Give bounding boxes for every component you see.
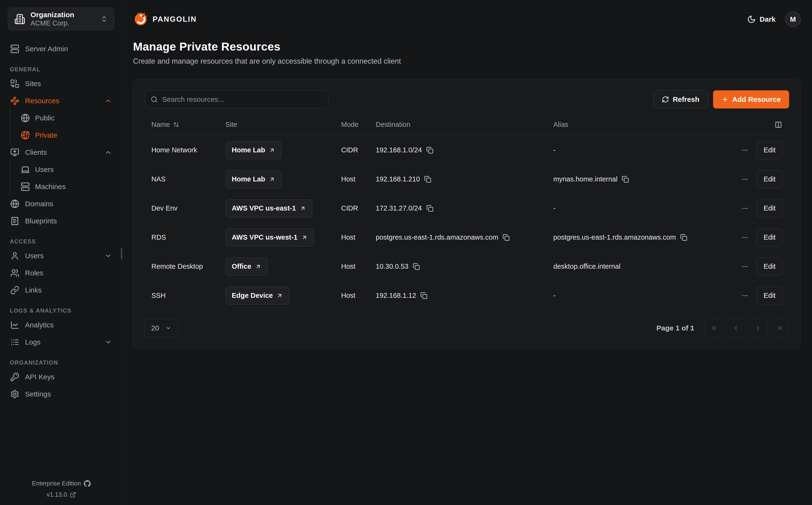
- resource-destination: 192.168.1.12: [376, 292, 416, 300]
- copy-icon: [502, 234, 510, 241]
- copy-destination-button[interactable]: [502, 234, 510, 241]
- page-status: Page 1 of 1: [656, 324, 694, 332]
- pager: Page 1 of 1: [656, 319, 789, 337]
- site-link[interactable]: Office: [225, 258, 268, 276]
- copy-destination-button[interactable]: [420, 292, 427, 299]
- moon-icon: [747, 15, 756, 24]
- sidebar-item-clients[interactable]: Clients: [8, 144, 114, 161]
- server-icon: [21, 182, 30, 191]
- column-header-site: Site: [225, 121, 341, 129]
- edit-button[interactable]: Edit: [756, 141, 783, 159]
- prev-page-button[interactable]: [727, 319, 745, 337]
- avatar[interactable]: M: [785, 11, 801, 27]
- sidebar-item-label: Settings: [25, 390, 112, 398]
- logs-icon: [10, 338, 19, 347]
- first-page-button[interactable]: [705, 319, 723, 337]
- building-icon: [14, 14, 25, 25]
- chevron-up-icon: [105, 149, 112, 156]
- resources-subnav: Public Private: [10, 110, 114, 144]
- chart-line-icon: [10, 320, 19, 330]
- chevrons-up-down-icon: [100, 15, 108, 23]
- search-input[interactable]: [162, 96, 322, 104]
- edit-button[interactable]: Edit: [756, 170, 783, 188]
- add-resource-button[interactable]: Add Resource: [713, 91, 789, 109]
- sidebar-item-client-users[interactable]: Users: [18, 161, 114, 178]
- row-menu-button[interactable]: [740, 145, 750, 155]
- refresh-button[interactable]: Refresh: [653, 91, 708, 109]
- column-header-name[interactable]: Name: [151, 121, 225, 129]
- sidebar-item-server-admin[interactable]: Server Admin: [8, 40, 114, 57]
- site-link[interactable]: Home Lab: [225, 170, 281, 188]
- sidebar-item-links[interactable]: Links: [8, 282, 114, 299]
- site-link[interactable]: AWS VPC us-west-1: [225, 228, 314, 246]
- column-header-destination: Destination: [376, 121, 553, 129]
- sidebar-section-organization: ORGANIZATION: [10, 359, 112, 366]
- edit-button[interactable]: Edit: [756, 287, 783, 305]
- column-picker-button[interactable]: [774, 120, 783, 129]
- copy-destination-button[interactable]: [424, 176, 431, 183]
- column-header-alias: Alias: [553, 121, 774, 129]
- site-link[interactable]: Edge Device: [225, 287, 289, 305]
- site-link[interactable]: AWS VPC us-east-1: [225, 199, 312, 217]
- site-link[interactable]: Home Lab: [225, 141, 281, 159]
- ellipsis-icon: [742, 234, 749, 241]
- pangolin-logo-icon: [133, 12, 148, 27]
- copy-alias-button[interactable]: [622, 176, 629, 183]
- row-menu-button[interactable]: [740, 203, 750, 213]
- sidebar-section-access: ACCESS: [10, 238, 112, 245]
- copy-alias-button[interactable]: [680, 234, 687, 241]
- edit-button[interactable]: Edit: [756, 228, 783, 246]
- next-page-button[interactable]: [749, 319, 767, 337]
- resource-name: Remote Desktop: [151, 263, 225, 271]
- sidebar-scrollbar-thumb[interactable]: [121, 248, 122, 259]
- edit-button[interactable]: Edit: [756, 199, 783, 217]
- copy-icon: [680, 234, 687, 241]
- resource-destination: 172.31.27.0/24: [376, 204, 422, 212]
- topbar: PANGOLIN Dark M: [133, 10, 801, 28]
- arrow-up-right-icon: [276, 293, 283, 299]
- sidebar-item-label: Users: [25, 252, 99, 260]
- row-menu-button[interactable]: [740, 262, 750, 272]
- table-row: Remote Desktop Office Host 10.30.0.53 de…: [145, 252, 789, 281]
- site-name: AWS VPC us-west-1: [232, 233, 297, 241]
- sidebar-item-analytics[interactable]: Analytics: [8, 316, 114, 334]
- sidebar-item-settings[interactable]: Settings: [8, 385, 114, 403]
- column-label: Site: [225, 121, 237, 129]
- copy-destination-button[interactable]: [426, 205, 433, 212]
- brand[interactable]: PANGOLIN: [133, 12, 197, 27]
- edition-link[interactable]: Enterprise Edition: [32, 480, 91, 487]
- sidebar-item-blueprints[interactable]: Blueprints: [8, 212, 114, 229]
- row-menu-button[interactable]: [740, 291, 750, 301]
- resource-alias: -: [553, 204, 556, 212]
- arrow-up-right-icon: [255, 264, 261, 270]
- sidebar-item-machines[interactable]: Machines: [18, 178, 114, 195]
- sidebar-item-sites[interactable]: Sites: [8, 75, 114, 92]
- ellipsis-icon: [742, 176, 749, 183]
- sites-icon: [10, 79, 19, 88]
- sidebar-item-public[interactable]: Public: [18, 110, 114, 127]
- sidebar-item-private[interactable]: Private: [18, 127, 114, 144]
- edit-button[interactable]: Edit: [756, 258, 783, 276]
- copy-destination-button[interactable]: [426, 147, 433, 154]
- ellipsis-icon: [742, 292, 749, 299]
- laptop-icon: [21, 165, 30, 174]
- table-row: Home Network Home Lab CIDR 192.168.1.0/2…: [145, 136, 789, 165]
- site-name: Home Lab: [232, 175, 265, 183]
- row-menu-button[interactable]: [740, 174, 750, 184]
- copy-icon: [420, 292, 427, 299]
- table-footer: 20 Page 1 of 1: [145, 319, 789, 337]
- theme-toggle-button[interactable]: Dark: [747, 15, 776, 24]
- row-menu-button[interactable]: [740, 232, 750, 242]
- sidebar-item-domains[interactable]: Domains: [8, 195, 114, 212]
- version-link[interactable]: v1.13.0: [47, 491, 76, 498]
- sidebar-item-roles[interactable]: Roles: [8, 265, 114, 282]
- sidebar-item-users[interactable]: Users: [8, 247, 114, 265]
- sidebar-item-resources[interactable]: Resources: [8, 92, 114, 110]
- sidebar-item-logs[interactable]: Logs: [8, 334, 114, 351]
- last-page-button[interactable]: [771, 319, 789, 337]
- org-switcher[interactable]: Organization ACME Corp.: [8, 8, 114, 30]
- resource-name: SSH: [151, 292, 225, 300]
- copy-destination-button[interactable]: [413, 263, 420, 270]
- sidebar-item-api-keys[interactable]: API Keys: [8, 368, 114, 385]
- page-size-select[interactable]: 20: [145, 319, 178, 337]
